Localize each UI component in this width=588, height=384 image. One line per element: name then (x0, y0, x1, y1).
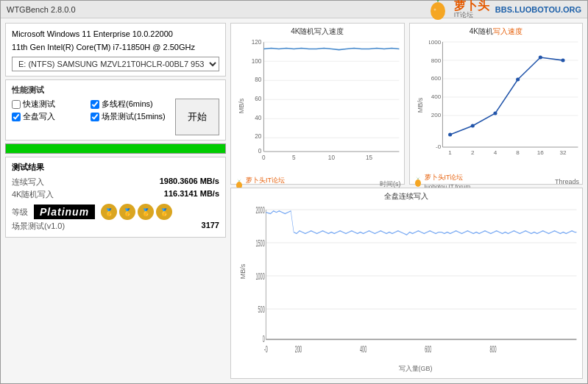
chart3-container: 全盘连续写入 2000 1500 1000 500 0 (230, 188, 583, 379)
svg-text:0: 0 (262, 154, 266, 160)
medal-3: 🥇 (138, 204, 154, 220)
quick-test-checkbox[interactable] (12, 100, 21, 109)
svg-text:400: 400 (360, 344, 367, 355)
svg-text:-0: -0 (264, 344, 268, 355)
chart3-svg: 2000 1500 1000 500 0 (253, 203, 578, 362)
scenario-test-checkbox[interactable] (91, 113, 99, 121)
options-title: 性能测试 (12, 85, 219, 96)
svg-text:1000: 1000 (255, 271, 265, 282)
scenario-test-option[interactable]: 场景测试(15mins) (91, 111, 168, 122)
svg-point-35 (448, 133, 452, 137)
svg-text:1: 1 (448, 149, 452, 156)
rand4k-row: 4K随机写入 116.3141 MB/s (12, 188, 219, 201)
main-content: Microsoft Windows 11 Enterprise 10.0.220… (1, 18, 587, 383)
svg-text:15: 15 (366, 154, 373, 160)
chart3-x-label: 写入量(GB) (253, 364, 578, 374)
svg-text:400: 400 (431, 93, 441, 100)
chart2-y-label: MB/s (417, 97, 424, 113)
svg-text:120: 120 (252, 39, 262, 46)
svg-text:-0: -0 (436, 143, 442, 150)
svg-text:5: 5 (292, 154, 296, 160)
chart3-y-label: MB/s (239, 264, 247, 280)
os-label: Microsoft Windows 11 Enterprise 10.0.220… (12, 28, 219, 41)
progress-bar (6, 144, 225, 153)
svg-text:16: 16 (536, 149, 544, 156)
chart1-title: 4K随机写入速度 (234, 26, 401, 37)
svg-text:500: 500 (258, 305, 266, 315)
carrot-logo-icon (425, 0, 451, 21)
svg-text:600: 600 (431, 75, 441, 82)
quick-test-label: 快速测试 (23, 99, 55, 110)
chart1-svg: 120 100 80 60 40 20 0 (250, 38, 401, 161)
full-write-label: 全盘写入 (23, 111, 55, 122)
system-info: Microsoft Windows 11 Enterprise 10.0.220… (5, 23, 226, 77)
test-options: 性能测试 快速测试 多线程(6mins) 全盘写入 (5, 79, 226, 141)
svg-point-1 (433, 9, 436, 11)
medal-4: 🥇 (156, 204, 172, 220)
svg-text:40: 40 (255, 115, 262, 121)
results-section: 测试结果 连续写入 1980.3606 MB/s 4K随机写入 116.3141… (5, 157, 226, 238)
cpu-label: 11th Gen Intel(R) Core(TM) i7-11850H @ 2… (12, 41, 219, 54)
seq-write-row: 连续写入 1980.3606 MB/s (12, 176, 219, 188)
titlebar: WTGBench 2.8.0.0 萝卜头 IT论坛 BBS.LUOBOTOU.O… (1, 1, 587, 18)
svg-text:800: 800 (431, 57, 441, 64)
chart2-title: 4K随机写入速度 (413, 26, 580, 37)
rand4k-value: 116.3141 MB/s (164, 189, 219, 200)
svg-text:32: 32 (559, 149, 567, 156)
chart2-svg: 1000 800 600 400 200 -0 (429, 38, 580, 156)
svg-text:8: 8 (516, 149, 520, 156)
svg-point-39 (538, 56, 542, 60)
medals-group: 🥇 🥇 🥇 🥇 (101, 204, 172, 220)
left-panel: Microsoft Windows 11 Enterprise 10.0.220… (5, 23, 226, 379)
progress-bar-container (5, 143, 226, 154)
window-title: WTGBench 2.8.0.0 (7, 5, 76, 14)
full-write-checkbox[interactable] (12, 113, 21, 121)
seq-write-value: 1980.3606 MB/s (160, 177, 219, 188)
seq-write-label: 连续写入 (12, 177, 44, 188)
svg-text:80: 80 (255, 77, 262, 83)
options-row: 快速测试 多线程(6mins) 全盘写入 场景测试(15mins) (12, 99, 219, 135)
device-select[interactable]: E: (NTFS) SAMSUNG MZVL21T0HCLR-00BL7 953… (12, 57, 219, 71)
full-write-option[interactable]: 全盘写入 (12, 111, 89, 122)
start-button[interactable]: 开始 (175, 99, 219, 135)
medal-2: 🥇 (119, 204, 135, 220)
quick-test-option[interactable]: 快速测试 (12, 99, 89, 110)
svg-text:1000: 1000 (429, 39, 442, 46)
svg-point-36 (470, 124, 474, 128)
charts-area: 4K随机写入速度 120 100 80 60 40 20 0 (230, 23, 583, 379)
scenario-value: 3177 (202, 221, 219, 232)
svg-point-40 (561, 59, 564, 63)
rand4k-label: 4K随机写入 (12, 189, 54, 200)
svg-text:2000: 2000 (255, 205, 265, 216)
main-window: WTGBench 2.8.0.0 萝卜头 IT论坛 BBS.LUOBOTOU.O… (0, 0, 588, 384)
svg-text:60: 60 (255, 96, 262, 102)
chart1-container: 4K随机写入速度 120 100 80 60 40 20 0 (230, 23, 405, 185)
svg-text:0: 0 (263, 333, 265, 344)
svg-text:200: 200 (431, 112, 441, 118)
logo-main-text: 萝卜头 (454, 0, 489, 12)
chart3-title: 全盘连续写入 (234, 191, 578, 202)
scenario-row: 场景测试(v1.0) 3177 (12, 220, 219, 232)
multi-thread-checkbox[interactable] (91, 100, 99, 109)
logo-url: BBS.LUOBOTOU.ORG (495, 5, 581, 14)
svg-text:200: 200 (295, 344, 302, 355)
svg-text:0: 0 (258, 148, 262, 154)
logo-it-text: IT论坛 (454, 12, 489, 18)
svg-text:10: 10 (328, 154, 336, 160)
svg-text:800: 800 (489, 344, 497, 355)
grade-badge: Platinum (34, 205, 95, 219)
svg-point-47 (415, 179, 421, 187)
svg-text:4: 4 (493, 149, 497, 156)
svg-text:600: 600 (425, 344, 432, 355)
grade-row: 等级 Platinum 🥇 🥇 🥇 🥇 (12, 204, 219, 220)
medal-1: 🥇 (101, 204, 117, 220)
multi-thread-label: 多线程(6mins) (102, 99, 153, 110)
svg-point-0 (431, 2, 445, 20)
chart1-y-label: MB/s (238, 99, 245, 114)
multi-thread-option[interactable]: 多线程(6mins) (91, 99, 168, 110)
svg-point-37 (493, 112, 497, 115)
carrot-icon-small2 (413, 177, 423, 187)
checkboxes-group: 快速测试 多线程(6mins) 全盘写入 场景测试(15mins) (12, 99, 168, 122)
scenario-label: 场景测试(v1.0) (12, 221, 65, 232)
svg-text:1500: 1500 (255, 238, 265, 249)
